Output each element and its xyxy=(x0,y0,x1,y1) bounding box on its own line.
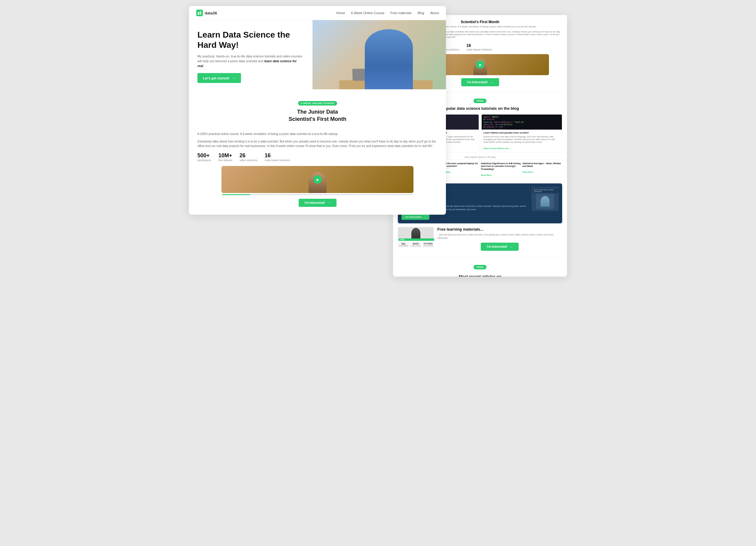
blog-badge: FREE xyxy=(474,99,486,103)
recent-badge-wrap: FREE xyxy=(398,264,562,272)
tutorial-link-1[interactable]: Start to learn Python here → xyxy=(483,147,512,149)
stat-participants: 500+ participants xyxy=(197,152,211,162)
ds-preview-thumb xyxy=(536,194,554,209)
ds-img-bg: How to Become a Data Scientist xyxy=(532,187,559,211)
video-thumbnail xyxy=(221,166,414,193)
nav-materials[interactable]: Free materials xyxy=(390,11,411,15)
tutorial-code-1: import: #Maths df.article learn_ds, data… xyxy=(482,114,562,130)
free-badge: FREE xyxy=(398,238,434,241)
recent-badge: FREE xyxy=(474,265,486,269)
free-icons-row: SQL cheat sheet BASH cheat sheet PYTHON … xyxy=(398,241,434,248)
free-main-img xyxy=(398,227,434,239)
main-website-card: data36 Home 6-Week Online Course Free ma… xyxy=(189,6,446,215)
course-badge-section: 6-Week Online Course The Junior Data Sci… xyxy=(189,93,446,127)
code-block-1: import: #Maths df.article learn_ds, data… xyxy=(482,114,562,130)
course-desc-2: Everybody talks about how exciting it is… xyxy=(197,139,437,148)
article-2: Statistical Significance in A/B testing … xyxy=(481,162,521,177)
ds-interested-btn[interactable]: I'm Interested! → xyxy=(401,214,429,220)
article-3: Statistical Averages – Mean, Median and … xyxy=(523,162,562,177)
free-content: Free learning materials... ...But will h… xyxy=(437,227,562,254)
hero-desc: My practical, hands-on, true-to-life dat… xyxy=(197,54,304,68)
arrow-icon: → xyxy=(232,76,236,80)
hero-title: Learn Data Science the Hard Way! xyxy=(197,30,304,50)
nav-links: Home 6-Week Online Course Free materials… xyxy=(336,11,439,15)
article-link-3[interactable]: Read More xyxy=(523,171,533,173)
headphone-person xyxy=(411,228,420,238)
free-icon-bash: BASH cheat sheet xyxy=(410,241,421,248)
person-element xyxy=(365,29,413,89)
free-materials-section: FREE SQL cheat sheet BASH cheat sheet PY… xyxy=(398,227,562,254)
logo-icon xyxy=(196,10,203,16)
nav-about[interactable]: About xyxy=(430,11,439,15)
free-title: Free learning materials... xyxy=(437,227,562,232)
arrow-icon: → xyxy=(490,81,493,84)
hero-cta-button[interactable]: Let's get started! → xyxy=(197,73,241,83)
arrow-icon: → xyxy=(328,201,331,204)
ds-preview-person xyxy=(541,196,550,206)
course-section: A 100% practical online course. A 6-week… xyxy=(189,127,446,215)
stats-row: 500+ participants 10M+ line dataset 26 v… xyxy=(197,152,437,162)
tutorial-title-1: Learn Python and pandas from scratch! xyxy=(483,131,560,134)
ds-image: FREE How to Become a Data Scientist xyxy=(532,187,559,211)
divider-3 xyxy=(398,257,562,258)
stat-dataset: 10M+ line dataset xyxy=(218,152,232,162)
right-interested-btn[interactable]: I'm Interested! → xyxy=(461,78,499,86)
svg-rect-1 xyxy=(200,11,201,15)
right-play-btn[interactable] xyxy=(476,60,484,69)
logo[interactable]: data36 xyxy=(196,10,217,16)
navigation: data36 Home 6-Week Online Course Free ma… xyxy=(189,6,446,20)
play-button[interactable] xyxy=(313,175,322,184)
nav-blog[interactable]: Blog xyxy=(418,11,424,15)
course-desc-1: A 100% practical online course. A 6-week… xyxy=(197,132,437,136)
hero-content: Learn Data Science the Hard Way! My prac… xyxy=(189,20,312,93)
recent-articles-section: FREE Most recent articles on the blog K-… xyxy=(393,260,567,277)
nav-course[interactable]: 6-Week Online Course xyxy=(351,11,384,15)
interested-button[interactable]: I'm Interested! → xyxy=(299,199,337,207)
free-interested-btn[interactable]: I'm Interested! → xyxy=(481,242,519,251)
video-progress-fill xyxy=(221,194,250,195)
free-desc: ...But will help you become a data scien… xyxy=(437,233,562,239)
course-badge: 6-Week Online Course xyxy=(298,101,337,105)
tutorial-content-1: Learn Python and pandas from scratch! Ex… xyxy=(482,130,562,152)
hero-image xyxy=(312,20,446,93)
arrow-icon: → xyxy=(423,215,426,218)
stat-videos: 26 video solutions xyxy=(239,152,258,162)
free-icon-sql: SQL cheat sheet xyxy=(398,241,409,248)
tutorial-desc-1: Explore the most used data science langu… xyxy=(483,135,560,143)
free-icon-python: PYTHON cheat sheet xyxy=(422,241,434,248)
logo-text: data36 xyxy=(205,11,217,15)
hero-section: Learn Data Science the Hard Way! My prac… xyxy=(189,20,446,93)
right-stat-4: 16 code-based solutions xyxy=(466,43,492,51)
recent-title: Most recent articles on the blog xyxy=(398,274,562,277)
svg-rect-0 xyxy=(198,12,199,15)
hero-photo xyxy=(312,20,446,89)
nav-home[interactable]: Home xyxy=(336,11,345,15)
stat-solutions: 16 code-based solutions xyxy=(265,152,290,162)
video-progress-bar xyxy=(221,194,414,195)
ds-img-label: How to Become a Data Scientist xyxy=(533,188,559,193)
article-link-2[interactable]: Read More xyxy=(481,174,492,176)
video-preview xyxy=(221,166,414,195)
tutorial-card-1: import: #Maths df.article learn_ds, data… xyxy=(481,114,562,152)
arrow-icon: → xyxy=(510,245,513,248)
course-title: The Junior Data Scientist's First Month xyxy=(195,108,440,123)
free-image-wrapper: FREE SQL cheat sheet BASH cheat sheet PY… xyxy=(398,227,434,248)
